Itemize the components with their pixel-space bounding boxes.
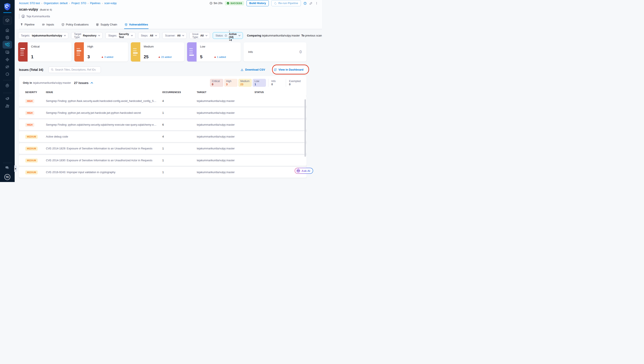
issues-group-header[interactable]: Only in tejakummarikuntla/vulpy:master 2… [19,76,306,89]
tab-pipeline[interactable]: Pipeline [20,21,35,29]
medium-card[interactable]: Medium 25 23 added [131,42,184,62]
sto-logo-icon [0,3,15,11]
vertical-scrollbar[interactable] [304,99,306,157]
pipeline-tab-icon [20,23,23,26]
filter-steps[interactable]: Steps:All [138,32,160,39]
search-input[interactable] [55,68,98,71]
sidebar-item-get-started-icon[interactable] [0,72,15,76]
inputs-tab-icon [42,23,45,26]
sidebar-divider [3,163,12,163]
sidebar-item-pipelines-icon[interactable] [2,41,12,49]
module-selector-cube-icon[interactable] [3,16,12,25]
issues-total-title: Issues (Total 34) [19,68,43,71]
filter-bar: Targets:tejakummarikuntla/vulpy Target T… [18,32,318,39]
breadcrumb-account[interactable]: Account: STO test [19,2,40,5]
issue-row[interactable]: HIGH Semgrep Finding: python.jwt.securit… [19,107,306,118]
build-history-button[interactable]: Build History [246,0,269,6]
issue-row[interactable]: HIGH Semgrep Finding: python.flask.secur… [19,96,306,106]
breadcrumb-project[interactable]: Project: STO [71,2,86,5]
info-icon [224,34,227,37]
page-title: scan-vulpy [19,7,38,12]
issue-row[interactable]: MEDIUM CVE-2014-1830: Exposure of Sensit… [19,155,306,166]
severity-badge: MEDIUM [25,158,38,162]
severity-badge: MEDIUM [25,170,38,174]
breadcrumb-separator: › [69,2,70,5]
clock-icon [210,2,212,5]
breadcrumb-current[interactable]: scan-vulpy [104,2,116,5]
ai-robot-icon [296,169,300,173]
filter-scanner[interactable]: Scanner:All [162,32,187,39]
sidebar-item-targets-icon[interactable] [0,57,15,62]
summary-medium: Medium23 [238,79,252,87]
chevron-down-icon [206,35,208,36]
download-csv-button[interactable]: Download CSV [240,68,265,71]
more-options-kebab-icon[interactable] [315,2,318,5]
severity-badge: MEDIUM [25,147,38,151]
filter-issue-type[interactable]: Issue Type:All [190,32,210,39]
issues-table-header: SEVERITYISSUEOCCURRENCESTARGETSTATUS [19,89,306,96]
page-header: Account: STO test› Organization: default… [15,0,322,29]
filter-targets[interactable]: Targets:tejakummarikuntla/vulpy [18,32,68,39]
edit-pencil-icon[interactable] [309,2,312,5]
issues-search[interactable] [48,67,101,73]
search-icon [51,68,54,71]
tab-supply-chain[interactable]: Supply Chain [96,21,118,29]
summary-info: Info0 [268,79,284,87]
issue-row[interactable]: MEDIUM CVE-2016-9243: Improper input val… [19,167,306,178]
view-in-dashboard-button[interactable]: View in Dashboard [271,66,306,73]
tab-policy-evaluations[interactable]: Policy Evaluations [61,21,89,29]
summary-exempted: Exempted0 [286,79,302,87]
triangle-up-icon [158,56,160,58]
sidebar-expand-handle[interactable]: ▶ [14,165,17,172]
breadcrumb-pipelines[interactable]: Pipelines [90,2,100,5]
sidebar-item-scans-icon[interactable] [0,35,15,40]
filter-target-type[interactable]: Target Type:Repository [71,32,102,39]
filter-status[interactable]: Status : Active (34) +4 [213,32,243,39]
chevron-down-icon [64,35,66,36]
info-icon[interactable] [304,2,307,5]
summary-critical: Critical0 [210,79,223,87]
group-severity-summary: Critical0 High3 Medium23 Low1 Info0 Exem… [209,79,302,87]
severity-bars-icon [131,42,140,62]
sidebar-item-project-setup-icon[interactable] [0,97,15,101]
build-id-label: (Build Id: 6) [40,9,52,11]
chevron-up-icon[interactable] [90,82,93,84]
user-avatar[interactable]: TK [4,174,10,180]
refresh-icon [274,2,277,5]
breadcrumb: Account: STO test› Organization: default… [19,2,116,5]
rerun-pipeline-button[interactable]: Re-run Pipeline [271,0,301,6]
tab-inputs[interactable]: Inputs [42,21,54,29]
issues-toolbar: Issues (Total 34) Download CSV View in D… [19,66,306,73]
left-nav-sidebar: ? TK [0,0,15,182]
chevron-down-icon [131,35,133,36]
low-card[interactable]: Low 5 1 added [187,42,240,62]
sidebar-divider [3,93,12,93]
issues-table-body: HIGH Semgrep Finding: python.flask.secur… [19,96,306,178]
chevron-down-icon [98,35,100,36]
issue-row[interactable]: MEDIUM CVE-2014-1829: Exposure of Sensit… [19,143,306,154]
comparing-label: Comparing tejakummarikuntla/vulpy:master… [247,34,322,37]
sidebar-item-home-icon[interactable] [0,28,15,32]
info-card[interactable]: Info 0 [244,42,306,62]
triggered-by-user: Teja Kummarikuntla [19,14,322,19]
tab-vulnerabilities[interactable]: Vulnerabilities [124,21,148,29]
added-count: 3 added [102,56,113,58]
svg-text:?: ? [6,167,7,168]
sidebar-item-settings-gear-icon[interactable] [0,83,15,88]
chevron-down-icon [238,35,240,36]
filter-stages[interactable]: Stages:Security Test [106,32,135,39]
triangle-up-icon [214,56,216,58]
breadcrumb-org[interactable]: Organization: default [44,2,68,5]
person-icon [22,15,25,18]
critical-card[interactable]: Critical 1 [18,42,72,62]
sidebar-item-exemptions-icon[interactable] [0,65,15,69]
download-icon [240,68,244,71]
issue-row[interactable]: MEDIUM Active debug code 4 tejakummariku… [19,131,306,142]
ask-ai-button[interactable]: Ask AI [295,168,313,174]
help-chat-icon[interactable]: ? [0,166,15,170]
high-card[interactable]: High 3 3 added [74,42,128,62]
sidebar-item-executions-icon[interactable] [0,50,15,54]
sidebar-item-account-setup-icon[interactable] [0,104,15,108]
chevron-down-icon [182,35,184,36]
issue-row[interactable]: HIGH Semgrep Finding: python.sqlalchemy.… [19,119,306,130]
